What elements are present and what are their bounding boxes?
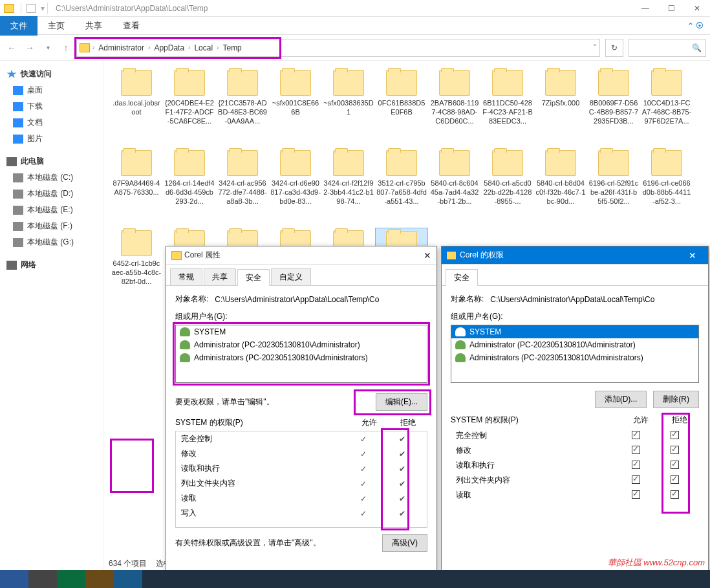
crumb-item[interactable]: Administrator xyxy=(94,43,148,52)
user-row[interactable]: SYSTEM xyxy=(176,325,427,338)
dialog-titlebar[interactable]: Corel 的权限 ✕ xyxy=(442,246,708,265)
add-button[interactable]: 添加(D)... xyxy=(595,391,647,408)
tab-home[interactable]: 主页 xyxy=(38,16,75,36)
refresh-button[interactable]: ↻ xyxy=(605,39,623,57)
tab-share[interactable]: 共享 xyxy=(75,16,113,36)
up-button[interactable]: ↑ xyxy=(58,40,74,56)
deny-checkbox[interactable] xyxy=(671,490,679,499)
sidebar-drive[interactable]: 本地磁盘 (D:) xyxy=(0,186,103,202)
allow-checkbox[interactable] xyxy=(632,490,640,499)
folder-item[interactable]: ~sfx00383635D1 xyxy=(322,67,375,147)
close-icon[interactable]: ✕ xyxy=(682,250,703,261)
taskbar[interactable] xyxy=(0,570,710,588)
user-row[interactable]: Administrators (PC-202305130810\Administ… xyxy=(176,351,427,364)
folder-label: 5840-crl-a5cd022b-d22b-4128-8955-... xyxy=(481,179,534,206)
folder-item[interactable]: 3424-crl-ac956772-dfe7-4488-a8a8-3b... xyxy=(216,147,269,228)
folder-item[interactable]: 2BA7B608-1197-4C88-98AD-C6DD60C... xyxy=(428,67,481,147)
search-input[interactable]: 🔍 xyxy=(629,39,706,57)
folder-icon xyxy=(545,70,576,96)
folder-item[interactable]: 5840-crl-b8d04c0f-f32b-46c7-1bc-90d... xyxy=(534,147,587,228)
history-dropdown[interactable]: ▾ xyxy=(40,40,56,56)
folder-item[interactable]: 8B0069F7-D56C-4B89-B857-72935FD3B... xyxy=(587,67,640,147)
sidebar-item-desktop[interactable]: 桌面 xyxy=(0,82,103,98)
sidebar-drive[interactable]: 本地磁盘 (G:) xyxy=(0,234,103,250)
window-controls: — ☐ ✕ xyxy=(632,4,710,13)
folder-label: 6196-crl-ce066d0b-88b5-4411-af52-3... xyxy=(640,179,693,206)
user-row[interactable]: SYSTEM xyxy=(451,325,698,338)
user-list[interactable]: SYSTEM Administrator (PC-202305130810\Ad… xyxy=(451,325,699,383)
crumb-item[interactable]: Temp xyxy=(219,43,245,52)
dialog-title: Corel 属性 xyxy=(184,250,221,261)
deny-checkbox[interactable] xyxy=(671,475,679,484)
remove-button[interactable]: 删除(R) xyxy=(653,391,699,408)
sidebar-item-pictures[interactable]: 图片 xyxy=(0,131,103,147)
folder-icon xyxy=(4,4,14,13)
advanced-button[interactable]: 高级(V) xyxy=(382,534,427,552)
tab-view[interactable]: 查看 xyxy=(113,16,150,36)
folder-item[interactable]: {20C4DBE4-E2F1-47F2-ADCF-5CA6FC8E... xyxy=(163,67,216,147)
allow-checkbox[interactable] xyxy=(632,461,640,469)
sidebar-network[interactable]: 网络 xyxy=(0,257,103,273)
folder-item[interactable]: 10CC4D13-FCA7-468C-8B75-97F6D2E7A... xyxy=(640,67,693,147)
close-button[interactable]: ✕ xyxy=(684,4,710,13)
folder-item[interactable]: 5840-crl-a5cd022b-d22b-4128-8955-... xyxy=(481,147,534,228)
folder-item[interactable]: ~sfx001C8E666B xyxy=(269,67,322,147)
folder-label: ~sfx00383635D1 xyxy=(322,98,375,116)
folder-label: 0FC61B838D5E0F6B xyxy=(375,98,428,116)
dialog-titlebar[interactable]: Corel 属性 ✕ xyxy=(166,246,436,265)
sidebar-quick-access[interactable]: 快速访问 xyxy=(0,66,103,82)
edit-button[interactable]: 编辑(E)... xyxy=(376,393,427,411)
folder-icon xyxy=(280,150,311,176)
folder-item[interactable]: 6452-crl-1cb9caec-a55b-4c8c-82bf-0d... xyxy=(110,228,163,308)
folder-item[interactable]: 7ZipSfx.000 xyxy=(534,67,587,147)
allow-checkbox[interactable] xyxy=(632,475,640,484)
tab-security[interactable]: 安全 xyxy=(237,269,270,286)
user-list[interactable]: SYSTEM Administrator (PC-202305130810\Ad… xyxy=(175,325,427,383)
close-icon[interactable]: ✕ xyxy=(424,250,431,261)
sidebar-item-documents[interactable]: 文档 xyxy=(0,114,103,131)
deny-checkbox[interactable] xyxy=(671,461,679,469)
deny-checkbox[interactable] xyxy=(671,431,679,439)
deny-checkbox[interactable] xyxy=(671,446,679,454)
user-row[interactable]: Administrator (PC-202305130810\Administr… xyxy=(176,338,427,351)
folder-label: 6B11DC50-428F-4C23-AF21-B83EEDC3... xyxy=(481,98,534,125)
sidebar-item-downloads[interactable]: 下载 xyxy=(0,98,103,114)
back-button[interactable]: ← xyxy=(4,40,19,56)
minimize-button[interactable]: — xyxy=(632,4,658,13)
folder-item[interactable]: 0FC61B838D5E0F6B xyxy=(375,67,428,147)
tab-general[interactable]: 常规 xyxy=(170,268,202,285)
folder-item[interactable]: 6196-crl-ce066d0b-88b5-4411-af52-3... xyxy=(640,147,693,228)
forward-button[interactable]: → xyxy=(22,40,38,56)
maximize-button[interactable]: ☐ xyxy=(658,4,684,13)
folder-item[interactable]: 5840-crl-8c60445a-7ad4-4a32-bb71-2b... xyxy=(428,147,481,228)
user-row[interactable]: Administrator (PC-202305130810\Administr… xyxy=(451,338,698,351)
tab-sharing[interactable]: 共享 xyxy=(204,268,236,285)
help-icon[interactable]: ⌃ ⦿ xyxy=(687,21,710,30)
folder-item[interactable]: 3424-crl-d6e90817-ca3d-43d9-bd0e-83... xyxy=(269,147,322,228)
folder-item[interactable]: 6B11DC50-428F-4C23-AF21-B83EEDC3... xyxy=(481,67,534,147)
folder-item[interactable]: {21CC3578-ADBD-48E3-BC69-0AA9AA... xyxy=(216,67,269,147)
folder-icon xyxy=(439,70,470,96)
tab-file[interactable]: 文件 xyxy=(0,16,38,36)
breadcrumb[interactable]: › Administrator › AppData › Local › Temp… xyxy=(76,39,600,57)
folder-label: 6196-crl-52f91cbe-a26f-431f-b5f5-50f2... xyxy=(587,179,640,206)
folder-item[interactable]: .das.local.jobsroot xyxy=(110,67,163,147)
folder-label: 6452-crl-1cb9caec-a55b-4c8c-82bf-0d... xyxy=(110,259,163,286)
allow-checkbox[interactable] xyxy=(632,446,640,454)
user-row[interactable]: Administrators (PC-202305130810\Administ… xyxy=(451,351,698,364)
tab-security[interactable]: 安全 xyxy=(446,269,478,286)
folder-item[interactable]: 3424-crl-f2f12f92-3bb4-41c2-b198-74... xyxy=(322,147,375,228)
folder-item[interactable]: 1264-crl-14edf4d6-6d3d-459cb293-2d... xyxy=(163,147,216,228)
allow-checkbox[interactable] xyxy=(632,431,640,439)
sidebar-drive[interactable]: 本地磁盘 (F:) xyxy=(0,218,103,234)
sidebar-drive[interactable]: 本地磁盘 (E:) xyxy=(0,202,103,218)
folder-icon xyxy=(545,150,576,176)
crumb-item[interactable]: AppData xyxy=(150,43,188,52)
sidebar-this-pc[interactable]: 此电脑 xyxy=(0,153,103,169)
tab-customize[interactable]: 自定义 xyxy=(271,268,311,285)
folder-item[interactable]: 3512-crl-c795b807-7a658-4dfd-a551-43... xyxy=(375,147,428,228)
crumb-item[interactable]: Local xyxy=(190,43,217,52)
folder-item[interactable]: 87F9A84469-4A875-76330... xyxy=(110,147,163,228)
folder-item[interactable]: 6196-crl-52f91cbe-a26f-431f-b5f5-50f2... xyxy=(587,147,640,228)
sidebar-drive[interactable]: 本地磁盘 (C:) xyxy=(0,169,103,186)
